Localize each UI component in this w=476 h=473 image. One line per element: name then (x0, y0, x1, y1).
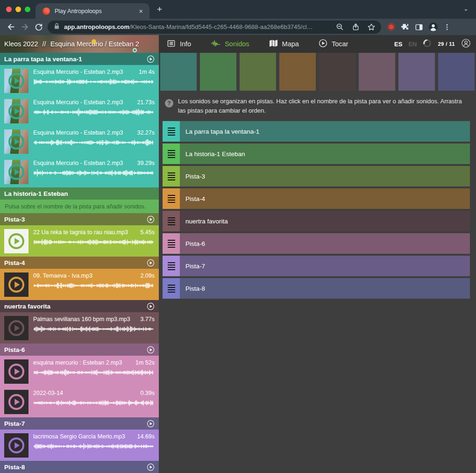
clip-play-button[interactable] (8, 276, 25, 293)
clip-row[interactable]: Esquina Mercurio - Esteban 2.mp332.27s (0, 127, 159, 157)
clip-play-button[interactable] (8, 133, 25, 150)
track-header[interactable]: La parra tapa la ventana-1 (0, 53, 159, 65)
window-minimize-button[interactable] (15, 7, 21, 12)
track-header[interactable]: Pista-7 (0, 417, 159, 430)
clip-play-button[interactable] (8, 72, 25, 89)
track-color-swatch-4[interactable] (279, 53, 316, 91)
drag-handle[interactable] (163, 143, 180, 164)
clip-row[interactable]: Palmas sevillanas 160 bpm mp3.mp33.77s (0, 313, 159, 344)
track-row[interactable]: La historia-1 Esteban (163, 143, 470, 164)
drag-handle[interactable] (163, 166, 180, 186)
nav-item-mapa[interactable]: Mapa (269, 39, 299, 49)
track-header[interactable]: La historia-1 Esteban (0, 187, 159, 200)
track-play-button[interactable] (147, 215, 155, 223)
lock-icon[interactable] (54, 22, 60, 32)
track-row-bar[interactable]: Pista-4 (180, 188, 470, 209)
track-row[interactable]: La parra tapa la ventana-1 (163, 121, 470, 142)
track-row[interactable]: nuertra favorita (163, 211, 470, 231)
track-row[interactable]: Pista-6 (163, 233, 470, 254)
clip-duration: 1m 4s (139, 69, 155, 75)
drag-handle[interactable] (163, 121, 180, 142)
track-row-bar[interactable]: La historia-1 Esteban (180, 143, 470, 164)
track-color-swatch-2[interactable] (200, 53, 236, 91)
back-button[interactable] (4, 21, 18, 34)
track-play-button[interactable] (147, 420, 155, 428)
extensions-puzzle-icon[interactable] (398, 21, 412, 34)
track-color-swatch-3[interactable] (240, 53, 276, 91)
track-empty-note: Pulsa sobre el nombre de la pista para a… (0, 200, 159, 213)
track-row[interactable]: Pista-7 (163, 256, 470, 276)
track-play-button[interactable] (147, 302, 155, 310)
track-row[interactable]: Pista-4 (163, 188, 470, 209)
clip-row[interactable]: Esquina Mercurio - Esteban 2.mp31m 4s (0, 66, 159, 96)
track-row[interactable]: Pista-8 (163, 278, 470, 299)
forward-button[interactable] (18, 21, 32, 34)
track-color-swatch-1[interactable] (160, 53, 197, 91)
clip-row[interactable]: lacrimosa Sergio García Merlo.mp314.69s (0, 430, 159, 461)
bookmark-star-icon[interactable] (364, 21, 378, 34)
window-close-button[interactable] (6, 7, 12, 12)
address-bar[interactable]: app.antropoloops.com/Kleos-Santa-Marina/… (48, 21, 381, 34)
browser-tab[interactable]: Play Antropoloops × (36, 3, 149, 19)
track-color-swatch-7[interactable] (398, 53, 435, 91)
track-row-bar[interactable]: Pista-8 (180, 278, 470, 299)
track-play-button[interactable] (147, 346, 155, 354)
account-icon[interactable] (461, 38, 471, 50)
track-header[interactable]: Pista-8 (0, 461, 159, 473)
zoom-out-icon[interactable] (333, 21, 347, 34)
window-zoom-button[interactable] (25, 7, 30, 12)
track-play-button[interactable] (147, 259, 155, 267)
browser-menu-kebab-icon[interactable] (440, 21, 454, 34)
drag-handle[interactable] (163, 233, 180, 254)
clip-play-button[interactable] (8, 103, 25, 120)
clip-waveform (33, 76, 155, 87)
track-header[interactable]: Pista-3 (0, 213, 159, 225)
drag-handle[interactable] (163, 278, 180, 299)
reload-button[interactable] (32, 21, 46, 34)
track-row[interactable]: Pista-3 (163, 166, 470, 186)
breadcrumb-map-thumbnail[interactable]: Kleos 2022 // Esquina Mercurio / Esteban… (0, 35, 159, 53)
track-row-bar[interactable]: Pista-6 (180, 233, 470, 254)
track-row-bar[interactable]: Pista-7 (180, 256, 470, 276)
track-play-button[interactable] (147, 463, 155, 471)
track-color-swatch-6[interactable] (359, 53, 395, 91)
drag-handle[interactable] (163, 211, 180, 231)
track-row-bar[interactable]: nuertra favorita (180, 211, 470, 231)
new-tab-button[interactable]: + (157, 4, 162, 14)
clip-play-button[interactable] (8, 437, 25, 454)
drag-handle[interactable] (163, 188, 180, 209)
track-row-bar[interactable]: Pista-3 (180, 166, 470, 186)
track-play-button[interactable] (147, 55, 155, 63)
clip-row[interactable]: Esquina Mercurio - Esteban 2.mp339.29s (0, 157, 159, 187)
side-panel-icon[interactable] (412, 21, 426, 34)
breadcrumb-project[interactable]: Kleos 2022 (4, 40, 38, 48)
clip-thumbnail (4, 390, 28, 414)
track-color-swatch-5[interactable] (319, 53, 355, 91)
clip-row[interactable]: 09. Temaeva - Iva.mp32.09s (0, 270, 159, 300)
track-header[interactable]: Pista-4 (0, 257, 159, 269)
nav-item-info[interactable]: Info (167, 39, 191, 49)
drag-handle[interactable] (163, 256, 180, 276)
nav-item-tocar[interactable]: Tocar (319, 39, 348, 49)
lang-en-button[interactable]: EN (408, 41, 417, 48)
clip-play-button[interactable] (8, 164, 25, 180)
lang-es-button[interactable]: ES (394, 41, 402, 48)
clip-row[interactable]: 2022-03-140.39s (0, 387, 159, 417)
clip-play-button[interactable] (8, 363, 25, 380)
clip-row[interactable]: 22 Ua reka te tagnia to rau niau.mp35.45… (0, 226, 159, 257)
clip-play-button[interactable] (8, 233, 25, 250)
share-icon[interactable] (348, 21, 362, 34)
recording-indicator-icon[interactable] (384, 21, 398, 34)
track-color-swatch-8[interactable] (438, 53, 475, 91)
clip-play-button[interactable] (8, 320, 25, 337)
clip-row[interactable]: Esquina Mercurio - Esteban 2.mp321.73s (0, 96, 159, 127)
profile-avatar[interactable] (426, 21, 440, 34)
track-header[interactable]: Pista-6 (0, 344, 159, 356)
clip-play-button[interactable] (8, 394, 25, 410)
nav-item-sonidos[interactable]: Sonidos (211, 40, 249, 49)
clip-row[interactable]: esquina mercurio : Esteban 2.mp31m 52s (0, 357, 159, 387)
track-row-bar[interactable]: La parra tapa la ventana-1 (180, 121, 470, 142)
tab-close-icon[interactable]: × (137, 7, 145, 15)
track-header[interactable]: nuertra favorita (0, 300, 159, 312)
tab-search-chevron-icon[interactable]: ⌄ (463, 5, 469, 12)
